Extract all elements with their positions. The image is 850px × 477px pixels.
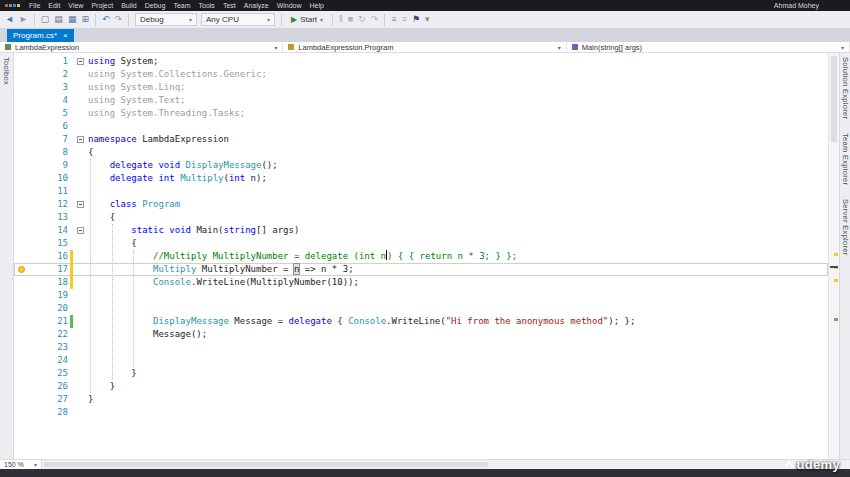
comment-icon[interactable]: ≡ bbox=[391, 15, 396, 24]
code-line-4[interactable]: 4using System.Text; bbox=[14, 94, 828, 107]
side-tab-toolbox[interactable]: Toolbox bbox=[2, 57, 11, 85]
breadcrumb-segment-0[interactable]: LambdaExpression▾ bbox=[0, 42, 283, 52]
code-editor[interactable]: 1using System;2using System.Collections.… bbox=[14, 53, 839, 459]
code-line-28[interactable]: 28 bbox=[14, 406, 828, 419]
save-all-icon[interactable]: ⊞ bbox=[81, 15, 89, 24]
breadcrumb-segment-2[interactable]: Main(string[] args)▾ bbox=[567, 42, 850, 52]
menu-item-edit[interactable]: Edit bbox=[44, 2, 64, 9]
code-line-8[interactable]: 8{ bbox=[14, 146, 828, 159]
menu-item-help[interactable]: Help bbox=[306, 2, 328, 9]
code-line-19[interactable]: 19 bbox=[14, 289, 828, 302]
menu-item-debug[interactable]: Debug bbox=[141, 2, 170, 9]
code-line-25[interactable]: 25 } bbox=[14, 367, 828, 380]
code-text: { bbox=[88, 146, 828, 159]
watermark-label: udemy bbox=[797, 457, 840, 472]
stop-icon[interactable]: ■ bbox=[348, 15, 353, 24]
vertical-scrollbar[interactable] bbox=[828, 53, 839, 459]
code-line-9[interactable]: 9 delegate void DisplayMessage(); bbox=[14, 159, 828, 172]
open-file-icon[interactable]: ▤ bbox=[54, 15, 63, 24]
code-line-11[interactable]: 11 bbox=[14, 185, 828, 198]
side-tab-team-explorer[interactable]: Team Explorer bbox=[841, 133, 850, 185]
collapse-toggle-icon[interactable] bbox=[77, 58, 84, 65]
code-text: } bbox=[88, 380, 828, 393]
collapse-toggle-icon[interactable] bbox=[77, 201, 84, 208]
menu-bar: FileEditViewProjectBuildDebugTeamToolsTe… bbox=[0, 0, 850, 11]
code-line-16[interactable]: 16 //Multiply MultiplyNumber = delegate … bbox=[14, 250, 828, 263]
toolbar-separator bbox=[128, 14, 129, 26]
menu-item-test[interactable]: Test bbox=[219, 2, 240, 9]
bookmark-icon[interactable]: ⚑ bbox=[412, 15, 420, 24]
code-line-7[interactable]: 7namespace LambdaExpression bbox=[14, 133, 828, 146]
code-line-26[interactable]: 26 } bbox=[14, 380, 828, 393]
code-line-6[interactable]: 6 bbox=[14, 120, 828, 133]
code-line-5[interactable]: 5using System.Threading.Tasks; bbox=[14, 107, 828, 120]
back-icon[interactable]: ◄ bbox=[5, 15, 14, 24]
code-line-24[interactable]: 24 bbox=[14, 354, 828, 367]
menu-item-build[interactable]: Build bbox=[117, 2, 141, 9]
horizontal-scrollbar[interactable] bbox=[42, 460, 850, 469]
scrollbar-change-mark bbox=[834, 318, 838, 321]
restart-icon[interactable]: ↻ bbox=[358, 15, 366, 24]
line-number: 9 bbox=[30, 159, 68, 172]
close-icon[interactable]: × bbox=[63, 32, 68, 40]
uncomment-icon[interactable]: ≡ bbox=[402, 15, 407, 24]
code-text bbox=[88, 302, 828, 315]
code-line-23[interactable]: 23 bbox=[14, 341, 828, 354]
step-over-icon[interactable]: ↷ bbox=[371, 15, 379, 24]
menu-item-tools[interactable]: Tools bbox=[195, 2, 219, 9]
code-line-12[interactable]: 12 class Program bbox=[14, 198, 828, 211]
user-name: Ahmad Mohey bbox=[774, 2, 819, 9]
side-tab-solution-explorer[interactable]: Solution Explorer bbox=[841, 57, 850, 119]
udemy-logo-icon bbox=[783, 459, 795, 471]
debug-configuration-dropdown[interactable]: Debug ▾ bbox=[135, 13, 197, 26]
line-number: 22 bbox=[30, 328, 68, 341]
menu-item-window[interactable]: Window bbox=[273, 2, 306, 9]
code-text: class Program bbox=[88, 198, 828, 211]
forward-icon[interactable]: ► bbox=[19, 15, 28, 24]
user-account[interactable]: Ahmad Mohey bbox=[774, 2, 845, 9]
breadcrumb-segment-1[interactable]: LambdaExpression.Program▾ bbox=[283, 42, 566, 52]
code-line-2[interactable]: 2using System.Collections.Generic; bbox=[14, 68, 828, 81]
code-line-18[interactable]: 18 Console.WriteLine(MultiplyNumber(10))… bbox=[14, 276, 828, 289]
start-debug-button[interactable]: ▶ Start ▾ bbox=[288, 13, 326, 26]
code-line-3[interactable]: 3using System.Linq; bbox=[14, 81, 828, 94]
right-tool-strip: Solution ExplorerTeam ExplorerServer Exp… bbox=[839, 53, 850, 459]
platform-dropdown[interactable]: Any CPU ▾ bbox=[201, 13, 275, 26]
code-line-22[interactable]: 22 Message(); bbox=[14, 328, 828, 341]
code-line-27[interactable]: 27} bbox=[14, 393, 828, 406]
pause-icon[interactable]: ‖ bbox=[339, 15, 343, 24]
chevron-down-icon: ▾ bbox=[320, 16, 323, 23]
side-tab-server-explorer[interactable]: Server Explorer bbox=[841, 199, 850, 256]
collapse-toggle-icon[interactable] bbox=[77, 227, 84, 234]
lightbulb-icon[interactable] bbox=[18, 266, 25, 273]
change-tracking-bar bbox=[70, 263, 73, 276]
menu-item-file[interactable]: File bbox=[25, 2, 44, 9]
new-file-icon[interactable]: ▢ bbox=[41, 15, 50, 24]
zoom-dropdown[interactable]: 150 % ▾ bbox=[0, 460, 42, 469]
collapse-toggle-icon[interactable] bbox=[77, 136, 84, 143]
code-line-20[interactable]: 20 bbox=[14, 302, 828, 315]
line-number: 5 bbox=[30, 107, 68, 120]
code-line-15[interactable]: 15 { bbox=[14, 237, 828, 250]
code-line-14[interactable]: 14 static void Main(string[] args) bbox=[14, 224, 828, 237]
code-line-10[interactable]: 10 delegate int Multiply(int n); bbox=[14, 172, 828, 185]
menu-item-team[interactable]: Team bbox=[169, 2, 194, 9]
menu-item-view[interactable]: View bbox=[64, 2, 87, 9]
code-text bbox=[88, 354, 828, 367]
code-line-1[interactable]: 1using System; bbox=[14, 55, 828, 68]
scrollbar-thumb[interactable] bbox=[44, 462, 488, 467]
scrollbar-thumb[interactable] bbox=[831, 56, 837, 142]
code-line-21[interactable]: 21 DisplayMessage Message = delegate { C… bbox=[14, 315, 828, 328]
toolbar-debug-icons: ‖■↻↷ bbox=[339, 15, 378, 24]
menu-item-analyze[interactable]: Analyze bbox=[240, 2, 273, 9]
redo-icon[interactable]: ↷ bbox=[114, 15, 122, 24]
menu-item-project[interactable]: Project bbox=[87, 2, 117, 9]
code-line-13[interactable]: 13 { bbox=[14, 211, 828, 224]
save-icon[interactable]: ▦ bbox=[68, 15, 77, 24]
options-chevron-icon[interactable]: ▾ bbox=[425, 15, 430, 24]
line-number: 7 bbox=[30, 133, 68, 146]
code-line-17[interactable]: 17 Multiply MultiplyNumber = n => n * 3; bbox=[14, 263, 828, 276]
tab-program-cs[interactable]: Program.cs* × bbox=[7, 29, 74, 42]
undo-icon[interactable]: ↶ bbox=[102, 15, 110, 24]
toolbar-separator bbox=[34, 14, 35, 26]
